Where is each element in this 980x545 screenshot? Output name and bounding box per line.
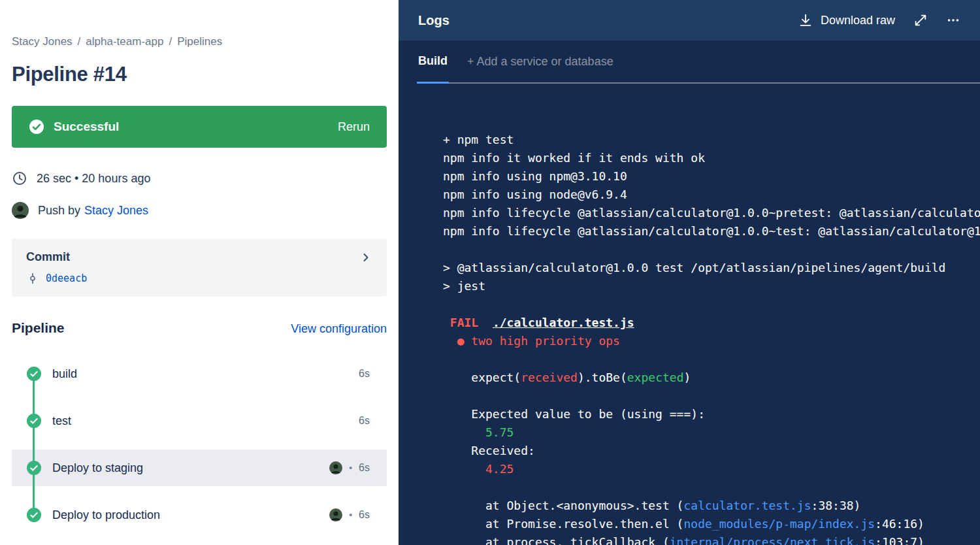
log-line: npm info it worked if it ends with ok — [443, 149, 980, 167]
breadcrumb-pipelines-link[interactable]: Pipelines — [177, 35, 222, 48]
push-by-text: Push by Stacy Jones — [38, 204, 148, 218]
step-duration: 6s — [359, 368, 370, 380]
step-avatar — [329, 461, 342, 474]
rerun-button[interactable]: Rerun — [338, 120, 370, 134]
more-horizontal-icon[interactable] — [946, 13, 960, 27]
step-duration: 6s — [359, 415, 370, 427]
step-duration: 6s — [359, 462, 370, 474]
log-line: npm info lifecycle @atlassian/calculator… — [443, 222, 980, 240]
log-line: at Object.<anonymous>.test (calculator.t… — [443, 497, 980, 515]
log-line: Received: — [443, 442, 980, 460]
step-success-icon — [27, 367, 41, 381]
log-line: npm info using npm@3.10.10 — [443, 167, 980, 186]
breadcrumb-repo-link[interactable]: alpha-team-app — [86, 35, 163, 48]
log-line: npm info lifecycle @atlassian/calculator… — [443, 204, 980, 222]
download-raw-label: Download raw — [821, 14, 895, 27]
log-line: FAIL ./calculator.test.js — [443, 314, 980, 332]
chevron-right-icon[interactable] — [359, 251, 372, 264]
commit-icon — [26, 272, 39, 285]
push-by-prefix: Push by — [38, 204, 80, 218]
author-avatar — [12, 202, 29, 219]
tab-build[interactable]: Build — [417, 41, 449, 84]
log-line: Expected value to be (using ===): — [443, 405, 980, 423]
pipeline-step-build[interactable]: build6s — [12, 355, 387, 392]
pipeline-section-title: Pipeline — [12, 320, 65, 336]
step-label: Deploy to production — [52, 508, 160, 522]
logs-header: Logs Download raw — [399, 0, 980, 41]
step-label: test — [52, 414, 71, 428]
log-line: at process._tickCallback (internal/proce… — [443, 533, 980, 545]
pipeline-summary-panel: Stacy Jones / alpha-team-app / Pipelines… — [0, 0, 399, 545]
log-line: > jest — [443, 277, 980, 295]
log-line: > @atlassian/calculator@1.0.0 test /opt/… — [443, 259, 980, 277]
download-icon — [798, 13, 813, 27]
step-label: build — [52, 367, 77, 381]
breadcrumb-separator: / — [78, 35, 81, 48]
pipeline-steps: build6stest6sDeploy to staging•6sDeploy … — [12, 355, 387, 533]
push-row: Push by Stacy Jones — [12, 202, 387, 219]
duration-row: 26 sec • 20 hours ago — [12, 171, 387, 186]
log-output[interactable]: + npm testnpm info it worked if it ends … — [399, 84, 980, 545]
log-line: 5.75 — [443, 423, 980, 442]
download-raw-button[interactable]: Download raw — [798, 13, 895, 27]
status-label: Successful — [54, 120, 119, 134]
duration-text: 26 sec • 20 hours ago — [37, 172, 150, 186]
breadcrumb: Stacy Jones / alpha-team-app / Pipelines — [12, 35, 387, 48]
log-line — [443, 350, 980, 369]
log-line — [443, 387, 980, 405]
pipeline-step-deploy-to-staging[interactable]: Deploy to staging•6s — [12, 450, 387, 486]
logs-title: Logs — [418, 13, 449, 28]
log-line: npm info using node@v6.9.4 — [443, 186, 980, 204]
step-duration: 6s — [359, 509, 370, 521]
pipeline-section-header: Pipeline View configuration — [12, 320, 387, 336]
breadcrumb-separator: / — [169, 35, 172, 48]
breadcrumb-user-link[interactable]: Stacy Jones — [12, 35, 73, 48]
step-avatar — [329, 508, 342, 521]
log-line: ● two high priority ops — [443, 332, 980, 350]
log-line: at Promise.resolve.then.el (node_modules… — [443, 515, 980, 533]
commit-label: Commit — [26, 250, 70, 264]
step-success-icon — [27, 508, 41, 522]
pipeline-step-test[interactable]: test6s — [12, 403, 387, 439]
log-line — [443, 478, 980, 497]
step-success-icon — [27, 461, 41, 475]
log-line: + npm test — [443, 131, 980, 149]
status-banner: Successful Rerun — [12, 106, 387, 148]
clock-icon — [12, 171, 27, 186]
log-line — [443, 240, 980, 259]
logs-tabbar: Build + Add a service or database — [399, 41, 980, 84]
step-success-icon — [27, 414, 41, 428]
add-service-button[interactable]: + Add a service or database — [467, 55, 613, 69]
pipeline-step-deploy-to-production[interactable]: Deploy to production•6s — [12, 497, 387, 533]
view-configuration-link[interactable]: View configuration — [291, 322, 387, 336]
log-line: 4.25 — [443, 460, 980, 478]
log-lines: + npm testnpm info it worked if it ends … — [443, 131, 980, 545]
build-meta: 26 sec • 20 hours ago Push by Stacy Jone… — [12, 171, 387, 219]
author-link[interactable]: Stacy Jones — [84, 204, 148, 218]
success-check-icon — [29, 119, 44, 135]
step-dot-separator: • — [349, 510, 352, 520]
page-title: Pipeline #14 — [12, 63, 387, 86]
logs-panel: Logs Download raw Build + Add a service … — [399, 0, 980, 545]
step-dot-separator: • — [349, 463, 352, 473]
log-line: expect(received).toBe(expected) — [443, 369, 980, 387]
logs-actions: Download raw — [798, 13, 960, 27]
step-label: Deploy to staging — [52, 461, 143, 475]
expand-icon[interactable] — [913, 13, 928, 27]
commit-card[interactable]: Commit 0deeacb — [12, 239, 387, 297]
commit-hash-link[interactable]: 0deeacb — [46, 272, 87, 284]
log-line — [443, 295, 980, 314]
